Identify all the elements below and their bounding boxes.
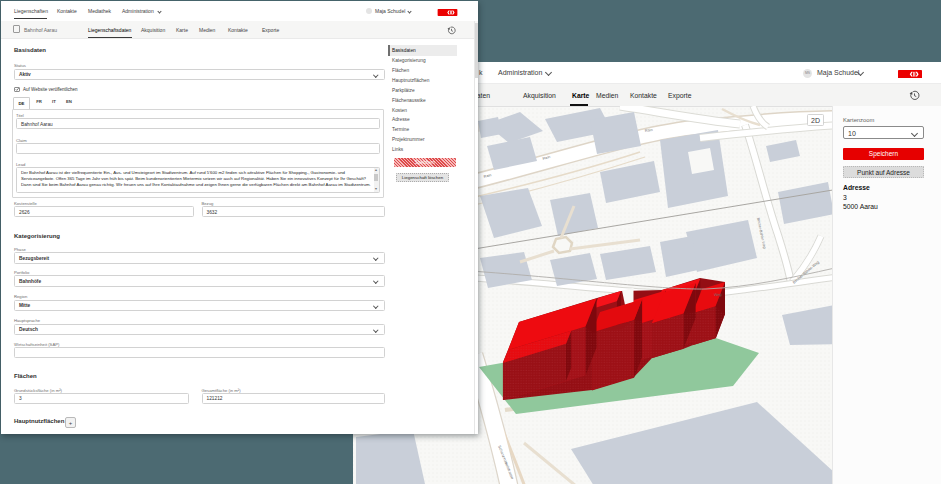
svg-text:2D: 2D — [811, 117, 820, 124]
svg-text:Weg: Weg — [714, 293, 722, 297]
